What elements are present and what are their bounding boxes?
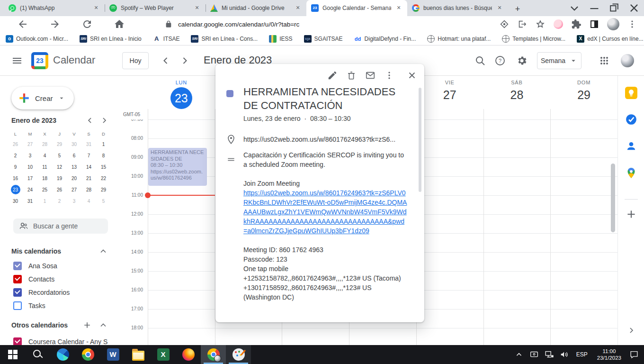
more-options-kebab-icon[interactable]	[384, 70, 394, 81]
email-guests-icon[interactable]	[365, 70, 376, 81]
hour-label[interactable]: 14:00	[121, 249, 143, 255]
day-header[interactable]: VIE27	[416, 80, 483, 102]
tab[interactable]: Spotify – Web Player	[105, 0, 206, 16]
taskbar-edge-icon[interactable]	[50, 345, 75, 364]
day-name[interactable]: LUN	[148, 80, 215, 85]
mini-calendar-day[interactable]: 19	[52, 173, 67, 184]
calendar-name[interactable]: Tasks	[28, 302, 45, 309]
search-glyph[interactable]	[33, 349, 43, 360]
paint-glyph[interactable]	[233, 348, 245, 361]
maps-icon[interactable]	[625, 167, 637, 179]
tab[interactable]: Google Calendar - Semana d	[306, 0, 407, 16]
mini-calendar-day[interactable]: 29	[96, 184, 111, 195]
browser-menu-kebab-icon[interactable]	[627, 19, 637, 29]
mini-calendar-day[interactable]: 27	[67, 184, 81, 195]
blank-line[interactable]	[243, 169, 408, 179]
description-line[interactable]: +13017158592,,86017624963#,,,,*123# US (…	[243, 283, 408, 302]
hour-label[interactable]: 13:00	[121, 230, 143, 236]
mini-calendar-day[interactable]: 2	[52, 195, 67, 207]
tab-title[interactable]: Spotify – Web Player	[121, 5, 189, 11]
popup-scrollbar[interactable]	[419, 88, 421, 192]
mini-calendar-day[interactable]: 30	[67, 138, 81, 150]
mini-cal-week[interactable]: 23242526272829	[8, 184, 112, 195]
bookmark-item[interactable]: edX | Cursos en líne...	[577, 35, 644, 43]
collapse-chevron-icon[interactable]	[98, 320, 108, 330]
tab-close-icon[interactable]	[496, 4, 503, 12]
explorer-glyph[interactable]	[132, 351, 144, 361]
day-gridline[interactable]	[550, 109, 551, 345]
whatsapp-icon[interactable]	[9, 4, 16, 12]
day-name[interactable]: VIE	[416, 80, 483, 85]
mini-calendar-day[interactable]: 18	[37, 173, 52, 184]
bookmark-item[interactable]: IESS	[269, 35, 292, 43]
tab-title[interactable]: Google Calendar - Semana d	[322, 5, 391, 11]
search-people-button[interactable]: Buscar a gente	[13, 218, 108, 234]
hour-label[interactable]: 15:00	[121, 268, 143, 273]
mini-calendar-day[interactable]: 9	[8, 161, 23, 173]
mini-cal-day-header[interactable]: M	[23, 129, 37, 138]
day-gridline[interactable]	[483, 109, 484, 345]
mini-calendar-day[interactable]: 15	[96, 161, 111, 173]
extensions-puzzle-icon[interactable]	[571, 19, 581, 29]
mini-cal-day-header[interactable]: L	[8, 129, 23, 138]
mini-calendar-day[interactable]: 1	[96, 138, 111, 150]
keyboard-language[interactable]: ESP	[574, 351, 590, 358]
mini-cal-week[interactable]: 9101112131415	[8, 161, 112, 173]
hour-gridline[interactable]	[148, 328, 617, 328]
calendar-name[interactable]: Coursera Calendar - Any S	[28, 338, 107, 345]
bookmark-item[interactable]: SRI en Línea - Inicio	[80, 35, 142, 43]
mini-calendar-day[interactable]: 1	[37, 195, 52, 207]
collapse-chevron-icon[interactable]	[98, 246, 108, 256]
browser-profile-avatar[interactable]	[607, 18, 619, 30]
bookmark-label[interactable]: Hotmart: una plataf...	[438, 36, 491, 42]
calendar-list-item[interactable]: Contacts	[13, 273, 54, 285]
bookmark-label[interactable]: SRI en Línea - Cons...	[201, 36, 258, 42]
mini-calendar-day[interactable]: 8	[96, 150, 111, 161]
description-line[interactable]: +12532158782,,86017624963#,,,,*123# US (…	[243, 273, 408, 283]
reload-button[interactable]	[81, 18, 93, 30]
mini-calendar-day[interactable]: 21	[81, 173, 96, 184]
zoom-meeting-link[interactable]: https://us02web.zoom.us/w/86017624963?tk…	[243, 188, 408, 236]
mini-cal-day-header[interactable]: X	[37, 129, 52, 138]
calendar-checkbox[interactable]	[13, 337, 22, 345]
tab[interactable]: Mi unidad - Google Drive	[206, 0, 306, 16]
share-icon[interactable]	[517, 19, 528, 29]
contacts-icon[interactable]	[625, 140, 637, 152]
hour-label[interactable]: 18:00	[121, 325, 143, 330]
mini-cal-week[interactable]: 16171819202122	[8, 173, 112, 184]
edge-glyph[interactable]	[57, 348, 69, 361]
contrast-extension-icon[interactable]	[589, 19, 599, 29]
taskbar-search-icon[interactable]	[25, 345, 50, 364]
globe-favicon[interactable]	[502, 35, 510, 43]
mini-calendar-day[interactable]: 23	[8, 184, 23, 195]
mini-calendar-day[interactable]: 14	[81, 161, 96, 173]
mini-calendar-day[interactable]: 27	[23, 138, 37, 150]
main-menu-icon[interactable]	[11, 55, 23, 66]
mini-calendar-day[interactable]: 4	[37, 150, 52, 161]
day-header[interactable]: DOM29	[550, 80, 617, 102]
dd-favicon[interactable]	[354, 35, 362, 43]
settings-gear-icon[interactable]	[516, 55, 528, 66]
calendar-list-item[interactable]: Tasks	[13, 300, 45, 312]
new-tab-button[interactable]	[511, 3, 524, 16]
mini-calendar-day[interactable]: 20	[67, 173, 81, 184]
day-header[interactable]: SÁB28	[483, 80, 551, 102]
mini-calendar-day[interactable]: 28	[37, 138, 52, 150]
sga-favicon[interactable]	[304, 35, 312, 43]
taskbar-chrome-profile-icon[interactable]	[201, 345, 226, 364]
back-button[interactable]	[17, 18, 28, 30]
tray-chevron-up-icon[interactable]	[514, 349, 524, 360]
mini-calendar-day[interactable]: 4	[81, 195, 96, 207]
google-icon[interactable]	[412, 4, 420, 12]
mini-cal-day-header[interactable]: D	[96, 129, 111, 138]
description-line[interactable]: One tap mobile	[243, 264, 408, 273]
day-gridline[interactable]	[148, 109, 148, 345]
event-block[interactable]: HERRAMIENTA NECESIDADES DE 08:30 – 10:30…	[148, 148, 207, 186]
clock[interactable]: 11:00 23/1/2023	[594, 348, 624, 361]
spotify-icon[interactable]	[109, 4, 117, 12]
mini-calendar-day[interactable]: 31	[81, 138, 96, 150]
mini-calendar-day[interactable]: 12	[52, 161, 67, 173]
word-glyph[interactable]	[107, 348, 119, 361]
tab-title[interactable]: buenos dias lunes - Búsqued	[423, 5, 492, 11]
bookmark-label[interactable]: SGAITSAE	[314, 36, 343, 42]
